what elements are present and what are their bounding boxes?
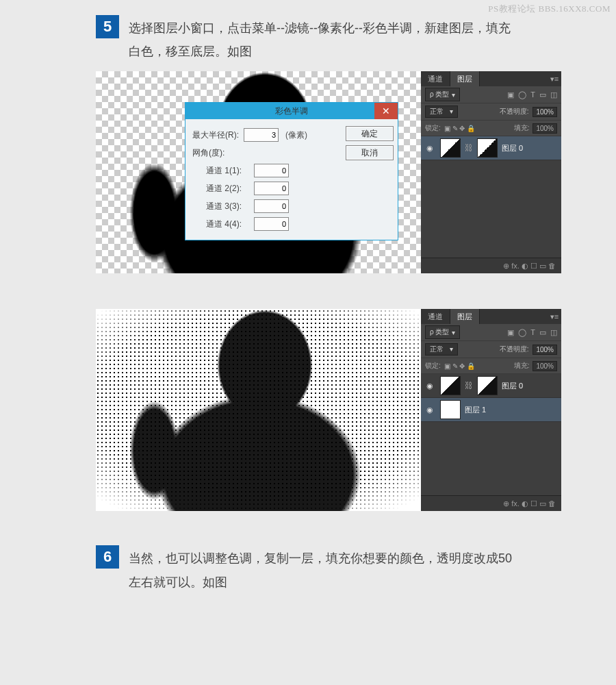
link-icon: ⛓ bbox=[465, 381, 473, 390]
fill-value[interactable]: 100% bbox=[532, 361, 557, 371]
step-6-number: 6 bbox=[96, 545, 119, 569]
layer-row-1[interactable]: ◉ 图层 1 bbox=[421, 398, 561, 422]
visibility-toggle[interactable]: ◉ bbox=[424, 406, 436, 414]
layer-row-0[interactable]: ◉ ⛓ 图层 0 bbox=[421, 374, 561, 398]
blend-mode-dropdown[interactable]: 正常 ▾ bbox=[425, 343, 458, 356]
channel-3-label: 通道 3(3): bbox=[202, 201, 254, 212]
opacity-value[interactable]: 100% bbox=[532, 345, 557, 355]
tab-channels[interactable]: 通道 bbox=[421, 309, 450, 324]
layers-panel-2: 通道 图层 ▾≡ ρ 类型 ▾ ▣ ◯ T ▭ ◫ bbox=[421, 309, 561, 511]
step-6: 6 当然，也可以调整色调，复制一层，填充你想要的颜色，透明度改成50左右就可以。… bbox=[0, 545, 616, 593]
opacity-label: 不透明度: bbox=[500, 107, 529, 116]
chevron-down-icon: ▾ bbox=[450, 345, 453, 353]
close-icon: ✕ bbox=[382, 105, 390, 116]
chevron-down-icon: ▾ bbox=[452, 91, 455, 99]
visibility-toggle[interactable]: ◉ bbox=[424, 144, 436, 153]
filter-adjust-icon[interactable]: ◯ bbox=[518, 90, 526, 99]
max-radius-input[interactable] bbox=[244, 128, 279, 142]
panel-footer: ⊕ fx. ◐ ☐ ▭ 🗑 bbox=[421, 495, 561, 511]
channel-4-label: 通道 4(4): bbox=[202, 219, 254, 230]
link-icon: ⛓ bbox=[465, 143, 473, 153]
panel-menu-icon[interactable]: ▾≡ bbox=[548, 71, 561, 86]
lock-icons[interactable]: ▣ ✎ ✥ 🔒 bbox=[444, 125, 475, 132]
tab-layers[interactable]: 图层 bbox=[450, 309, 480, 324]
tab-channels[interactable]: 通道 bbox=[421, 71, 450, 86]
dialog-titlebar[interactable]: 彩色半调 ✕ bbox=[185, 103, 398, 119]
grid-angle-label: 网角(度): bbox=[192, 147, 244, 159]
blend-mode-label: 正常 bbox=[430, 108, 444, 115]
layer-thumbnail[interactable] bbox=[440, 138, 461, 158]
filter-image-icon[interactable]: ▣ bbox=[507, 90, 514, 99]
tab-layers[interactable]: 图层 bbox=[450, 71, 480, 86]
person-silhouette bbox=[96, 309, 421, 511]
filter-kind-dropdown[interactable]: ρ 类型 ▾ bbox=[425, 88, 460, 101]
lock-icons[interactable]: ▣ ✎ ✥ 🔒 bbox=[444, 362, 475, 370]
screenshot-2: 通道 图层 ▾≡ ρ 类型 ▾ ▣ ◯ T ▭ ◫ bbox=[96, 309, 561, 511]
visibility-toggle[interactable]: ◉ bbox=[424, 382, 436, 390]
lock-label: 锁定: bbox=[425, 361, 441, 371]
channel-1-label: 通道 1(1): bbox=[202, 165, 254, 177]
channel-2-input[interactable] bbox=[254, 182, 289, 195]
dialog-title-text: 彩色半调 bbox=[275, 105, 308, 117]
chevron-down-icon: ▾ bbox=[452, 329, 455, 336]
opacity-value[interactable]: 100% bbox=[532, 107, 557, 117]
layer-row-0[interactable]: ◉ ⛓ 图层 0 bbox=[421, 136, 561, 160]
canvas-area-2 bbox=[96, 309, 421, 511]
fill-label: 填充: bbox=[514, 361, 530, 371]
step-5: 5 选择图层小窗口，点击菜单--滤镜--像素化--彩色半调，新建图层，填充白色，… bbox=[0, 15, 616, 511]
layer-mask-thumbnail[interactable] bbox=[477, 376, 498, 395]
blend-mode-label: 正常 bbox=[430, 345, 444, 353]
channel-3-input[interactable] bbox=[254, 199, 289, 213]
fill-value[interactable]: 100% bbox=[532, 123, 557, 134]
layer-thumbnail[interactable] bbox=[440, 400, 461, 419]
panel-menu-icon[interactable]: ▾≡ bbox=[548, 309, 561, 324]
footer-icons[interactable]: ⊕ fx. ◐ ☐ ▭ 🗑 bbox=[503, 499, 556, 508]
filter-kind-dropdown[interactable]: ρ 类型 ▾ bbox=[425, 325, 460, 339]
step-5-number: 5 bbox=[96, 15, 119, 38]
color-halftone-dialog: 彩色半调 ✕ 最大半径(R): (像素) 网角(度): bbox=[185, 102, 398, 240]
kind-label: ρ 类型 bbox=[430, 90, 449, 99]
canvas-area-1: 彩色半调 ✕ 最大半径(R): (像素) 网角(度): bbox=[96, 71, 421, 273]
layer-name-0[interactable]: 图层 0 bbox=[502, 381, 523, 391]
filter-shape-icon[interactable]: ▭ bbox=[539, 90, 546, 99]
step-5-text: 选择图层小窗口，点击菜单--滤镜--像素化--彩色半调，新建图层，填充白色，移至… bbox=[129, 15, 520, 63]
step-6-text: 当然，也可以调整色调，复制一层，填充你想要的颜色，透明度改成50左右就可以。如图 bbox=[129, 545, 520, 593]
filter-smart-icon[interactable]: ◫ bbox=[550, 328, 557, 337]
cancel-button[interactable]: 取消 bbox=[346, 145, 394, 160]
panel-footer: ⊕ fx. ◐ ☐ ▭ 🗑 bbox=[421, 258, 561, 273]
filter-shape-icon[interactable]: ▭ bbox=[539, 328, 546, 337]
blend-mode-dropdown[interactable]: 正常 ▾ bbox=[425, 105, 458, 118]
lock-label: 锁定: bbox=[425, 123, 441, 133]
fill-label: 填充: bbox=[514, 123, 530, 133]
kind-label: ρ 类型 bbox=[430, 327, 449, 337]
layer-name-1[interactable]: 图层 1 bbox=[465, 405, 486, 415]
layer-name-0[interactable]: 图层 0 bbox=[502, 143, 523, 153]
max-radius-label: 最大半径(R): bbox=[192, 129, 244, 141]
channel-2-label: 通道 2(2): bbox=[202, 183, 254, 195]
filter-adjust-icon[interactable]: ◯ bbox=[518, 328, 526, 337]
unit-label: (像素) bbox=[285, 129, 307, 141]
layer-mask-thumbnail[interactable] bbox=[477, 138, 498, 158]
layer-thumbnail[interactable] bbox=[440, 376, 461, 395]
layers-panel-1: 通道 图层 ▾≡ ρ 类型 ▾ ▣ ◯ T ▭ ◫ bbox=[421, 71, 561, 273]
dialog-close-button[interactable]: ✕ bbox=[374, 103, 398, 119]
ok-button[interactable]: 确定 bbox=[346, 126, 394, 141]
chevron-down-icon: ▾ bbox=[450, 108, 453, 115]
footer-icons[interactable]: ⊕ fx. ◐ ☐ ▭ 🗑 bbox=[503, 262, 556, 271]
filter-text-icon[interactable]: T bbox=[530, 328, 535, 337]
filter-text-icon[interactable]: T bbox=[530, 90, 535, 99]
channel-4-input[interactable] bbox=[254, 217, 289, 231]
screenshot-1: 彩色半调 ✕ 最大半径(R): (像素) 网角(度): bbox=[96, 71, 561, 273]
filter-image-icon[interactable]: ▣ bbox=[507, 328, 514, 337]
watermark: PS教程论坛 BBS.16XX8.COM bbox=[488, 3, 611, 15]
filter-smart-icon[interactable]: ◫ bbox=[550, 90, 557, 99]
opacity-label: 不透明度: bbox=[500, 345, 529, 354]
channel-1-input[interactable] bbox=[254, 164, 289, 177]
